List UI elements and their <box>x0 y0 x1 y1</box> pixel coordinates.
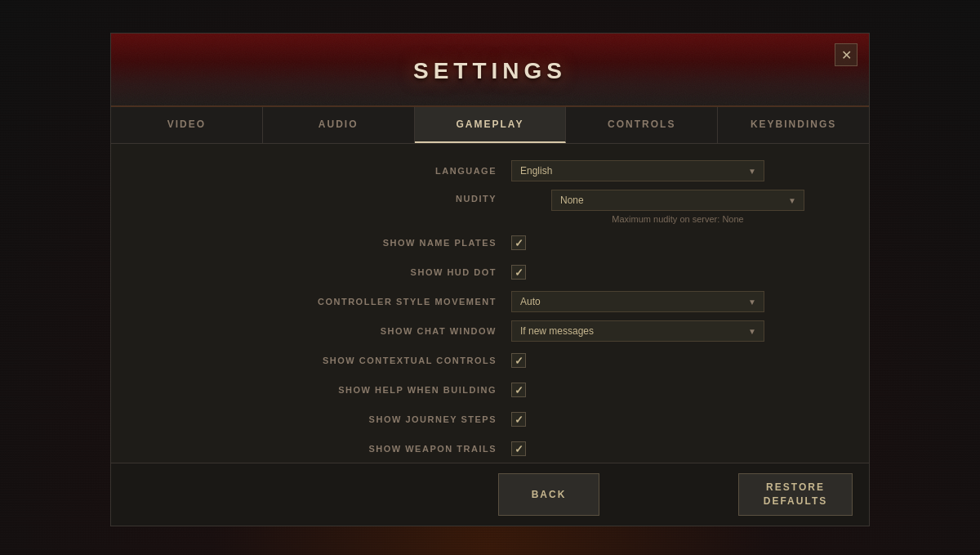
nudity-dropdown[interactable]: None Partial Full <box>551 190 804 211</box>
show-journey-steps-label: SHOW JOURNEY STEPS <box>136 414 511 424</box>
settings-modal: SETTINGS ✕ VIDEO AUDIO GAMEPLAY CONTROLS… <box>110 33 870 526</box>
tabs-bar: VIDEO AUDIO GAMEPLAY CONTROLS KEYBINDING… <box>111 107 869 144</box>
show-help-building-label: SHOW HELP WHEN BUILDING <box>136 385 511 395</box>
show-contextual-controls-control <box>511 353 844 368</box>
modal-title: SETTINGS <box>413 58 567 84</box>
language-dropdown-wrap: English French German Spanish <box>511 160 764 181</box>
show-name-plates-label: SHOW NAME PLATES <box>136 238 511 248</box>
show-journey-steps-control <box>511 412 844 427</box>
controller-style-label: CONTROLLER STYLE MOVEMENT <box>136 297 511 307</box>
close-button[interactable]: ✕ <box>835 43 858 66</box>
show-chat-window-dropdown[interactable]: If new messages Always Never <box>511 320 764 342</box>
show-hud-dot-checkbox[interactable] <box>511 265 526 280</box>
show-contextual-controls-row: SHOW CONTEXTUAL CONTROLS <box>136 350 844 371</box>
nudity-note: Maximum nudity on server: None <box>612 214 743 224</box>
controller-style-dropdown-wrap: Auto On Off <box>511 291 764 312</box>
show-name-plates-control <box>511 235 844 250</box>
show-weapon-trails-row: SHOW WEAPON TRAILS <box>136 438 844 459</box>
settings-content: LANGUAGE English French German Spanish N… <box>111 144 869 463</box>
tab-controls[interactable]: CONTROLS <box>566 107 718 143</box>
nudity-control: None Partial Full Maximum nudity on serv… <box>511 190 844 224</box>
language-dropdown[interactable]: English French German Spanish <box>511 160 764 181</box>
controller-style-row: CONTROLLER STYLE MOVEMENT Auto On Off <box>136 291 844 312</box>
controller-style-dropdown[interactable]: Auto On Off <box>511 291 764 312</box>
show-help-building-checkbox[interactable] <box>511 383 526 397</box>
footer-spacer-left <box>127 473 408 516</box>
show-chat-window-row: SHOW CHAT WINDOW If new messages Always … <box>136 320 844 342</box>
show-contextual-controls-checkbox[interactable] <box>511 353 526 368</box>
show-help-building-control <box>511 383 844 397</box>
show-weapon-trails-checkbox[interactable] <box>511 441 526 456</box>
tab-keybindings[interactable]: KEYBINDINGS <box>718 107 869 143</box>
modal-header: SETTINGS ✕ <box>111 34 869 107</box>
show-hud-dot-control <box>511 265 844 280</box>
show-weapon-trails-control <box>511 441 844 456</box>
show-contextual-controls-label: SHOW CONTEXTUAL CONTROLS <box>136 356 511 365</box>
language-row: LANGUAGE English French German Spanish <box>136 160 844 181</box>
tab-video[interactable]: VIDEO <box>111 107 263 143</box>
restore-defaults-button[interactable]: RESTORE DEFAULTS <box>738 473 853 516</box>
show-weapon-trails-label: SHOW WEAPON TRAILS <box>136 444 511 454</box>
show-chat-window-dropdown-wrap: If new messages Always Never <box>511 320 764 342</box>
show-hud-dot-row: SHOW HUD DOT <box>136 262 844 283</box>
language-control: English French German Spanish <box>511 160 844 181</box>
modal-footer: BACK RESTORE DEFAULTS <box>111 463 869 526</box>
nudity-row: NUDITY None Partial Full Maximum nudity … <box>136 190 844 224</box>
controller-style-control: Auto On Off <box>511 291 844 312</box>
tab-audio[interactable]: AUDIO <box>263 107 415 143</box>
show-journey-steps-row: SHOW JOURNEY STEPS <box>136 409 844 430</box>
nudity-dropdown-wrap: None Partial Full <box>551 190 804 211</box>
show-journey-steps-checkbox[interactable] <box>511 412 526 427</box>
show-hud-dot-label: SHOW HUD DOT <box>136 267 511 277</box>
footer-center: BACK <box>408 473 689 516</box>
show-name-plates-checkbox[interactable] <box>511 235 526 250</box>
footer-right: RESTORE DEFAULTS <box>689 473 853 516</box>
nudity-label: NUDITY <box>136 190 511 204</box>
show-chat-window-label: SHOW CHAT WINDOW <box>136 326 511 336</box>
back-button[interactable]: BACK <box>498 473 600 516</box>
language-label: LANGUAGE <box>136 166 511 176</box>
show-help-building-row: SHOW HELP WHEN BUILDING <box>136 379 844 401</box>
show-name-plates-row: SHOW NAME PLATES <box>136 232 844 253</box>
show-chat-window-control: If new messages Always Never <box>511 320 844 342</box>
tab-gameplay[interactable]: GAMEPLAY <box>415 107 567 143</box>
